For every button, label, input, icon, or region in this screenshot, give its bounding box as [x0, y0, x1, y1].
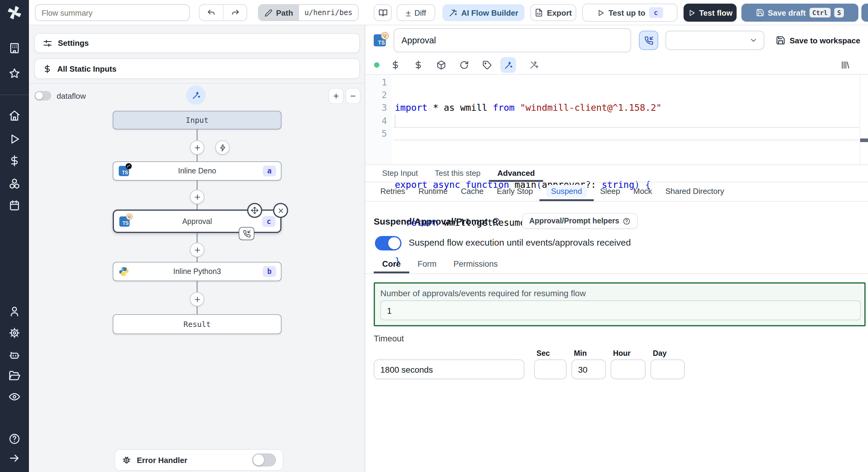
add-step-button[interactable] — [190, 243, 204, 257]
hour-input[interactable] — [611, 360, 646, 379]
advanced-subtabs: Retries Runtime Cache Early Stop Suspend… — [365, 182, 868, 202]
flow-summary-input[interactable] — [35, 4, 190, 21]
package-icon[interactable] — [436, 60, 446, 70]
deploy-button-clipped[interactable] — [861, 4, 868, 22]
dataflow-label: dataflow — [57, 92, 86, 101]
code-editor[interactable]: 1 2 3 4 5 import * as wmill from "windmi… — [365, 75, 868, 164]
status-dot-icon — [374, 62, 379, 68]
add-step-button[interactable] — [190, 140, 204, 155]
export-button[interactable]: Export — [530, 4, 576, 21]
subtab-cache[interactable]: Cache — [454, 182, 490, 201]
code-line-1: import * as wmill from "windmill-client@… — [395, 102, 860, 115]
subtab-shared-directory[interactable]: Shared Directory — [659, 182, 731, 201]
ai-wand-button[interactable] — [186, 86, 206, 105]
add-resource-dollar-icon[interactable] — [413, 60, 423, 70]
dataflow-toggle[interactable] — [34, 91, 51, 101]
question-circle-icon — [623, 217, 631, 225]
step-id-badge: c — [262, 216, 276, 227]
approvals-required-input[interactable] — [380, 300, 861, 320]
kbd-ctrl: Ctrl — [809, 8, 831, 18]
plus-minus-icon: ± — [406, 7, 411, 18]
all-static-inputs-bar[interactable]: All Static Inputs — [34, 58, 360, 79]
add-trigger-button[interactable] — [215, 140, 230, 155]
schedules-calendar-icon[interactable] — [8, 199, 21, 211]
subtab-early-stop[interactable]: Early Stop — [490, 182, 539, 201]
subtab-runtime[interactable]: Runtime — [412, 182, 454, 201]
save-draft-button[interactable]: Save draft Ctrl S — [741, 4, 858, 22]
redo-button[interactable] — [223, 5, 247, 21]
ai-wand-off-icon[interactable] — [529, 60, 539, 70]
magic-wand-icon — [448, 8, 458, 17]
format-tag-icon[interactable] — [482, 60, 492, 70]
undo-button[interactable] — [199, 5, 223, 21]
test-up-to-button[interactable]: Test up to c — [582, 4, 678, 22]
resources-boxes-icon[interactable] — [8, 178, 21, 190]
timeout-seconds-input[interactable] — [374, 360, 524, 379]
subtab-sleep[interactable]: Sleep — [593, 182, 627, 201]
suspend-phone-button[interactable] — [639, 31, 658, 50]
runs-play-icon[interactable] — [8, 133, 21, 145]
zoom-in-button[interactable]: + — [329, 88, 344, 104]
workers-robot-icon[interactable] — [8, 349, 21, 361]
diff-button[interactable]: ± Diff — [397, 4, 435, 21]
tab-form[interactable]: Form — [409, 257, 445, 273]
subtab-mock[interactable]: Mock — [627, 182, 659, 201]
error-handler-toggle[interactable] — [252, 453, 276, 467]
min-input[interactable] — [571, 360, 606, 379]
workspace-building-icon[interactable] — [8, 42, 21, 54]
reload-icon[interactable] — [459, 60, 469, 70]
tab-step-input[interactable]: Step Input — [374, 166, 427, 182]
ai-flow-builder-button[interactable]: AI Flow Builder — [442, 4, 524, 21]
favorites-star-icon[interactable] — [8, 67, 21, 79]
users-icon[interactable] — [8, 305, 21, 317]
home-icon[interactable] — [8, 109, 21, 122]
add-variable-dollar-icon[interactable] — [391, 60, 400, 70]
path-button[interactable]: Path u/henri/bes — [258, 4, 358, 21]
approval-prompt-helpers-button[interactable]: Approval/Prompt helpers — [522, 213, 638, 229]
day-input[interactable] — [650, 360, 685, 379]
path-value: u/henri/bes — [299, 5, 358, 21]
test-flow-button[interactable]: Test flow — [684, 4, 737, 22]
flow-node-inline-deno[interactable]: TS Inline Deno a — [113, 161, 281, 180]
error-handler-bar[interactable]: Error Handler — [115, 449, 283, 471]
save-icon — [776, 36, 785, 45]
tab-test-this-step[interactable]: Test this step — [427, 166, 489, 182]
library-icon[interactable] — [840, 60, 850, 70]
flow-node-input[interactable]: Input — [113, 111, 281, 129]
expand-arrow-icon[interactable] — [8, 452, 21, 464]
subtab-retries[interactable]: Retries — [374, 182, 412, 201]
template-dropdown[interactable] — [665, 31, 764, 50]
windmill-logo[interactable] — [7, 5, 22, 20]
topbar: Path u/henri/bes ± Diff AI Flow Builder … — [29, 0, 868, 25]
help-icon[interactable] — [8, 433, 21, 445]
tab-advanced[interactable]: Advanced — [489, 166, 543, 182]
save-to-workspace-button[interactable]: Save to workspace — [776, 31, 860, 50]
settings-gear-icon[interactable] — [8, 327, 21, 339]
variables-dollar-icon[interactable] — [8, 155, 21, 167]
zoom-out-button[interactable]: − — [345, 88, 361, 104]
audit-eye-icon[interactable] — [8, 391, 21, 403]
timeout-label: Timeout — [374, 334, 404, 343]
flow-node-inline-python[interactable]: Inline Python3 b — [113, 262, 281, 281]
day-label: Day — [653, 349, 667, 358]
docs-book-button[interactable] — [374, 4, 392, 21]
sec-input[interactable] — [534, 360, 567, 379]
move-step-handle[interactable] — [247, 203, 262, 218]
suspend-flow-toggle[interactable] — [375, 236, 401, 250]
step-title-input[interactable] — [394, 28, 631, 53]
add-step-button[interactable] — [190, 190, 204, 204]
flow-node-result[interactable]: Result — [113, 314, 281, 334]
pencil-icon — [265, 9, 273, 16]
flow-settings-bar[interactable]: Settings — [34, 33, 360, 53]
add-step-button[interactable] — [190, 292, 204, 306]
delete-step-button[interactable] — [273, 203, 288, 218]
editor-scrollbar-thumb[interactable] — [860, 138, 868, 142]
step-tabs: Step Input Test this step Advanced — [365, 166, 868, 182]
tab-core[interactable]: Core — [374, 257, 409, 273]
folders-icon[interactable] — [8, 370, 21, 382]
info-icon[interactable] — [492, 217, 500, 226]
ai-generate-wand-button-active[interactable] — [500, 57, 516, 73]
subtab-suspend[interactable]: Suspend — [539, 182, 593, 201]
tab-permissions[interactable]: Permissions — [445, 257, 506, 273]
sidebar-divider — [0, 95, 29, 95]
